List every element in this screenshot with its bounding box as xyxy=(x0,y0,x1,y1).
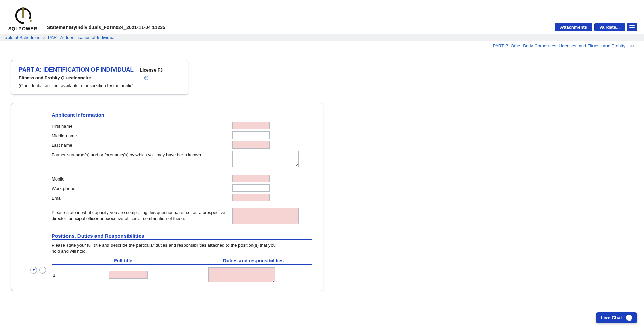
breadcrumb-separator: > xyxy=(43,35,45,40)
add-row-button[interactable]: + xyxy=(30,267,37,274)
next-part-link[interactable]: PART B: Other Body Corporates, Licenses,… xyxy=(493,43,625,48)
col-full-title: Full title xyxy=(52,258,195,263)
email-label: Email xyxy=(52,194,232,201)
work-phone-input[interactable] xyxy=(232,184,270,192)
logo-text: SQLPOWER xyxy=(8,26,38,31)
last-name-input[interactable] xyxy=(232,141,270,149)
positions-description: Please state your full title and describ… xyxy=(52,242,283,254)
former-names-row: Former surname(s) and or forename(s) by … xyxy=(52,150,312,169)
help-icon[interactable]: ? xyxy=(144,76,148,80)
mobile-row: Mobile xyxy=(52,174,312,183)
work-phone-row: Work phone xyxy=(52,184,312,192)
breadcrumb-root[interactable]: Table of Schedules xyxy=(3,35,40,40)
first-name-label: First name xyxy=(52,122,232,129)
positions-section-title: Positions, Duties and Responsibilities xyxy=(52,233,312,240)
capacity-label: Please state in what capacity you are co… xyxy=(52,208,232,221)
header: SQLPOWER StatementByIndividuals_Form024_… xyxy=(0,0,644,34)
confidential-note: (Confidential and not available for insp… xyxy=(19,83,181,88)
first-name-row: First name xyxy=(52,121,312,130)
table-row: + - 1 xyxy=(52,265,312,284)
full-title-input[interactable] xyxy=(109,271,148,279)
subnav: PART B: Other Body Corporates, Licenses,… xyxy=(0,41,644,50)
row-number: 1 xyxy=(52,272,62,278)
duties-input[interactable] xyxy=(208,267,275,282)
first-name-input[interactable] xyxy=(232,122,270,129)
capacity-input[interactable] xyxy=(232,208,299,224)
last-name-row: Last name xyxy=(52,140,312,149)
positions-table-head: Full title Duties and responsibilities xyxy=(52,258,312,265)
validate-button[interactable]: Validate... xyxy=(594,23,625,31)
work-phone-label: Work phone xyxy=(52,184,232,192)
capacity-row: Please state in what capacity you are co… xyxy=(52,207,312,226)
part-subtitle: Fitness and Probity Questionnaire xyxy=(19,75,91,80)
col-duties: Duties and responsibilities xyxy=(195,258,312,263)
email-input[interactable] xyxy=(232,194,270,201)
mobile-input[interactable] xyxy=(232,175,270,182)
next-arrows-icon: >> xyxy=(630,43,634,48)
former-names-label: Former surname(s) and or forename(s) by … xyxy=(52,151,232,158)
attachments-button[interactable]: Attachments xyxy=(555,23,592,31)
email-row: Email xyxy=(52,193,312,202)
form-card: Applicant Information First name Middle … xyxy=(11,103,323,291)
former-names-input[interactable] xyxy=(232,151,299,167)
logo-icon xyxy=(11,6,35,25)
header-buttons: Attachments Validate... xyxy=(555,23,637,31)
part-title: PART A: IDENTIFICATION OF INDIVIDUAL xyxy=(19,66,134,73)
part-a-card: PART A: IDENTIFICATION OF INDIVIDUAL Lic… xyxy=(11,60,188,95)
last-name-label: Last name xyxy=(52,141,232,149)
menu-button[interactable] xyxy=(627,23,637,31)
logo: SQLPOWER xyxy=(8,6,38,31)
license-label: License F3 xyxy=(140,67,163,73)
middle-name-label: Middle name xyxy=(52,131,232,139)
mobile-label: Mobile xyxy=(52,175,232,182)
applicant-section-title: Applicant Information xyxy=(52,112,312,119)
positions-table: Full title Duties and responsibilities +… xyxy=(52,258,312,284)
middle-name-input[interactable] xyxy=(232,131,270,139)
breadcrumb: Table of Schedules > PART A: Identificat… xyxy=(0,34,644,41)
breadcrumb-current[interactable]: PART A: Identification of Individual xyxy=(48,35,116,40)
remove-row-button[interactable]: - xyxy=(39,267,46,274)
middle-name-row: Middle name xyxy=(52,131,312,140)
form-title: StatementByIndividuals_Form024_2021-11-0… xyxy=(47,25,165,31)
hamburger-icon xyxy=(629,25,635,29)
